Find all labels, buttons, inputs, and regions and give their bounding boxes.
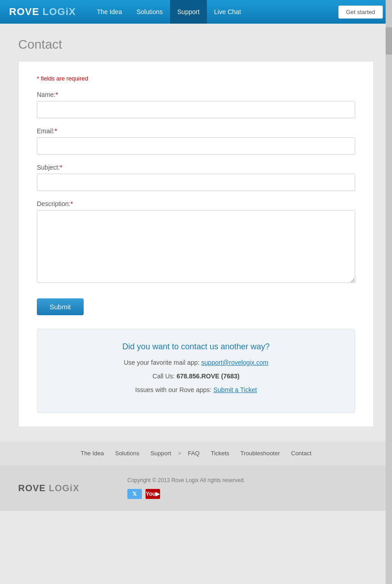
name-input[interactable]: [37, 101, 355, 118]
contact-alt-ticket-line: Issues with our Rove apps: Submit a Tick…: [46, 386, 346, 393]
footer-logo: ROVE LOGiX: [18, 483, 109, 493]
contact-alt-email-line: Use your favorite mail app: support@rove…: [46, 359, 346, 366]
contact-form: Name:* Email:* Subject:* Description:* S…: [37, 91, 355, 324]
nav-support[interactable]: Support: [170, 0, 207, 24]
footer-nav-faq[interactable]: FAQ: [188, 450, 200, 457]
youtube-icon[interactable]: You▶: [146, 489, 160, 499]
footer-nav-separator: >: [178, 450, 181, 457]
subject-input[interactable]: [37, 174, 355, 191]
submit-button[interactable]: Submit: [37, 298, 84, 315]
name-field-group: Name:*: [37, 91, 355, 118]
get-started-button[interactable]: Get started: [338, 5, 383, 19]
contact-phone: 678.856.ROVE (7683): [176, 373, 240, 380]
contact-alt-phone-line: Call Us: 678.856.ROVE (7683): [46, 373, 346, 380]
email-label: Email:*: [37, 127, 355, 135]
footer-nav-solutions[interactable]: Solutions: [115, 450, 139, 457]
scrollbar-thumb[interactable]: [386, 27, 392, 55]
footer-right: Copyright © 2013 Rove Logix All rights r…: [127, 477, 245, 499]
main-content: Contact * fields are required Name:* Ema…: [0, 24, 392, 441]
required-note: * fields are required: [37, 75, 355, 82]
footer-nav: The Idea Solutions Support > FAQ Tickets…: [0, 441, 392, 465]
email-field-group: Email:*: [37, 127, 355, 155]
footer-nav-contact[interactable]: Contact: [291, 450, 312, 457]
email-input[interactable]: [37, 137, 355, 155]
name-label: Name:*: [37, 91, 355, 98]
subject-label: Subject:*: [37, 164, 355, 171]
footer-nav-tickets[interactable]: Tickets: [211, 450, 229, 457]
description-label: Description:*: [37, 200, 355, 207]
contact-alt-title: Did you want to contact us another way?: [46, 342, 346, 352]
description-input[interactable]: [37, 210, 355, 283]
logo: ROVE LOGiX: [9, 6, 76, 18]
subject-field-group: Subject:*: [37, 164, 355, 191]
social-icons: 𝕏 You▶: [127, 489, 245, 499]
nav-the-idea[interactable]: The Idea: [90, 0, 129, 24]
footer-nav-the-idea[interactable]: The Idea: [80, 450, 104, 457]
contact-form-card: * fields are required Name:* Email:* Sub…: [18, 61, 374, 427]
twitter-icon[interactable]: 𝕏: [127, 489, 142, 499]
footer-nav-support[interactable]: Support: [151, 450, 171, 457]
site-header: ROVE LOGiX The Idea Solutions Support Li…: [0, 0, 392, 24]
nav-solutions[interactable]: Solutions: [129, 0, 170, 24]
nav-live-chat[interactable]: Live Chat: [207, 0, 248, 24]
description-field-group: Description:*: [37, 200, 355, 285]
scrollbar-track: [386, 0, 392, 584]
contact-alternatives: Did you want to contact us another way? …: [37, 329, 355, 413]
contact-email-link[interactable]: support@rovelogix.com: [201, 359, 268, 366]
footer-nav-troubleshooter[interactable]: Troubleshooter: [241, 450, 280, 457]
submit-ticket-link[interactable]: Submit a Ticket: [213, 386, 257, 393]
footer-bottom: ROVE LOGiX Copyright © 2013 Rove Logix A…: [0, 465, 392, 511]
page-title: Contact: [18, 37, 374, 52]
footer-copyright: Copyright © 2013 Rove Logix All rights r…: [127, 477, 245, 483]
main-nav: The Idea Solutions Support Live Chat Get…: [90, 0, 383, 24]
